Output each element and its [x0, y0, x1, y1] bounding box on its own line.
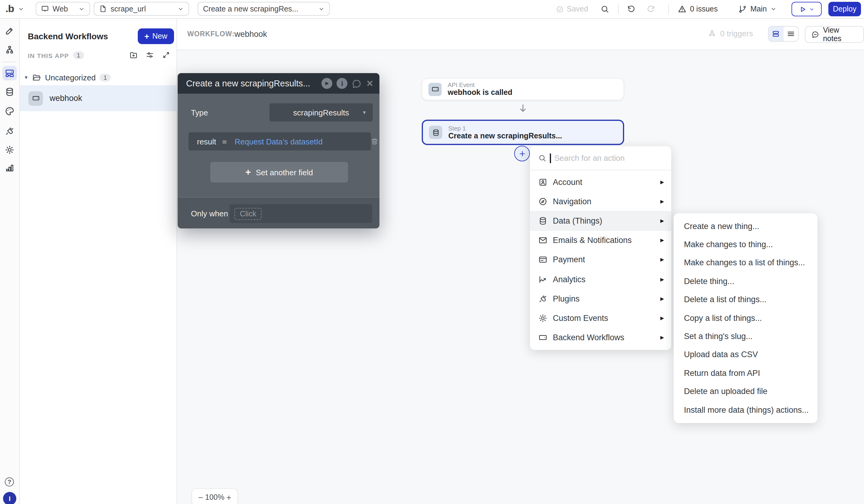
section-header: IN THIS APP 1: [28, 51, 84, 59]
gear-icon: [538, 314, 548, 323]
submenu-arrow-icon: ▶: [660, 199, 664, 204]
add-step-button[interactable]: [514, 146, 530, 161]
database-icon: [5, 87, 14, 97]
list-view-button[interactable]: [783, 27, 798, 41]
submenu-item-delete-uploaded-file[interactable]: Delete an uploaded file: [674, 382, 817, 401]
list-view-icon: [787, 29, 795, 38]
design-tab[interactable]: [0, 24, 19, 38]
folder-open-icon: [32, 73, 41, 82]
comment-bubble-icon[interactable]: [352, 78, 362, 88]
submenu-item-create-new-thing[interactable]: Create a new thing...: [674, 217, 817, 236]
settings-tab[interactable]: [0, 143, 19, 157]
action-search-menu: Search for an action Account ▶ Navigatio…: [530, 146, 671, 350]
submenu-item-return-data-api[interactable]: Return data from API: [674, 364, 817, 382]
action-category-navigation[interactable]: Navigation ▶: [530, 192, 671, 211]
action-category-account[interactable]: Account ▶: [530, 172, 671, 192]
only-when-condition-input[interactable]: Click: [230, 204, 372, 223]
view-mode-toggle: [768, 26, 799, 42]
submenu-arrow-icon: ▶: [660, 335, 664, 340]
submenu-item-make-changes-to-thing[interactable]: Make changes to thing...: [674, 236, 817, 254]
workflow-item-icon: [28, 91, 43, 106]
issues-count: 0 issues: [690, 5, 718, 13]
field-assignment-row[interactable]: result = Request Data's datasetId: [189, 132, 371, 151]
folder-row-uncategorized[interactable]: ▾ Uncategorized 1: [19, 70, 177, 85]
view-notes-button[interactable]: View notes: [805, 26, 864, 43]
submenu-item-copy-list[interactable]: Copy a list of things...: [674, 309, 817, 327]
type-dropdown[interactable]: scrapingResults ▼: [269, 103, 373, 121]
condition-placeholder: Click: [235, 207, 262, 220]
step-node-selected[interactable]: Step 1 Create a new scrapingResults...: [422, 120, 624, 145]
backend-workflows-panel: Backend Workflows + New IN THIS APP 1 ▾ …: [19, 18, 177, 504]
expand-icon[interactable]: [162, 51, 170, 59]
styles-tab[interactable]: [0, 104, 19, 118]
run-test-button[interactable]: ▶: [322, 78, 333, 89]
toolbar-divider: [618, 4, 619, 14]
zoom-out-button[interactable]: −: [198, 493, 203, 502]
action-search-field[interactable]: Search for an action: [530, 146, 671, 170]
branch-selector[interactable]: Main: [738, 0, 776, 18]
search-button[interactable]: [601, 0, 609, 18]
help-button[interactable]: ?: [5, 477, 14, 487]
element-dropdown[interactable]: Create a new scrapingRes...: [197, 2, 330, 16]
submenu-item-install-more-actions[interactable]: Install more data (things) actions...: [674, 401, 817, 419]
workflow-name: webhook: [235, 29, 267, 39]
data-tab[interactable]: [0, 85, 19, 99]
caret-down-icon[interactable]: ▾: [25, 74, 27, 80]
action-category-backend-workflows[interactable]: Backend Workflows ▶: [530, 328, 671, 347]
close-button[interactable]: ✕: [367, 79, 373, 88]
logs-tab[interactable]: [0, 161, 19, 175]
category-label: Analytics: [553, 275, 655, 284]
page-dropdown[interactable]: scrape_url: [94, 2, 189, 16]
action-category-analytics[interactable]: Analytics ▶: [530, 269, 671, 289]
submenu-arrow-icon: ▶: [660, 276, 664, 282]
workflow-list-item-webhook[interactable]: webhook: [19, 85, 177, 111]
info-button[interactable]: i: [337, 78, 348, 89]
action-category-data-things[interactable]: Data (Things) ▶: [530, 211, 671, 230]
trash-icon[interactable]: [370, 137, 379, 146]
platform-dropdown[interactable]: Web: [36, 2, 90, 16]
plugins-tab[interactable]: [0, 124, 19, 139]
event-title: webhook is called: [448, 88, 512, 97]
deploy-button[interactable]: Deploy: [828, 2, 861, 16]
zoom-in-button[interactable]: +: [227, 493, 231, 502]
panel-tools: [129, 51, 170, 59]
chevron-down-icon: [79, 6, 85, 12]
chevron-down-icon: [809, 7, 814, 12]
redo-button[interactable]: [647, 0, 655, 18]
add-folder-icon[interactable]: [129, 51, 138, 59]
action-category-plugins[interactable]: Plugins ▶: [530, 289, 671, 308]
step-node-icon: [429, 126, 442, 139]
flow-arrow: [518, 101, 528, 117]
api-card-icon: [431, 85, 439, 93]
bubble-logo-menu[interactable]: .b: [5, 1, 24, 17]
issues-button[interactable]: 0 issues: [678, 0, 718, 18]
undo-button[interactable]: [627, 0, 636, 18]
submenu-item-upload-csv[interactable]: Upload data as CSV: [674, 345, 817, 364]
chevron-down-icon: [770, 6, 776, 12]
action-category-payment[interactable]: Payment ▶: [530, 250, 671, 269]
plus-icon: +: [144, 31, 149, 41]
undo-icon: [627, 5, 636, 13]
submenu-item-delete-list[interactable]: Delete a list of things...: [674, 290, 817, 309]
only-when-label: Only when: [191, 209, 228, 218]
action-category-emails[interactable]: Emails & Notifications ▶: [530, 230, 671, 250]
filter-sliders-icon[interactable]: [146, 51, 154, 59]
zoom-level: 100%: [205, 493, 225, 502]
submenu-item-delete-thing[interactable]: Delete thing...: [674, 272, 817, 290]
new-workflow-button[interactable]: + New: [138, 28, 174, 44]
preview-run-button[interactable]: [792, 2, 822, 16]
plug-icon: [5, 126, 14, 136]
dialog-header[interactable]: Create a new scrapingResults... ▶ i ✕: [178, 73, 380, 94]
workflow-tab[interactable]: [0, 43, 19, 57]
save-status-label: Saved: [567, 5, 588, 13]
set-another-field-button[interactable]: + Set another field: [210, 162, 348, 182]
card-view-button[interactable]: [769, 27, 783, 41]
action-category-custom-events[interactable]: Custom Events ▶: [530, 309, 671, 328]
submenu-item-set-slug[interactable]: Set a thing's slug...: [674, 327, 817, 346]
backend-workflows-tab[interactable]: [2, 66, 17, 80]
event-node-api-event[interactable]: API Event webhook is called: [422, 78, 624, 100]
panel-title: Backend Workflows: [28, 32, 108, 41]
field-expression[interactable]: Request Data's datasetId: [235, 137, 323, 146]
submenu-item-make-changes-to-list[interactable]: Make changes to a list of things...: [674, 254, 817, 272]
user-avatar[interactable]: I: [3, 492, 16, 504]
